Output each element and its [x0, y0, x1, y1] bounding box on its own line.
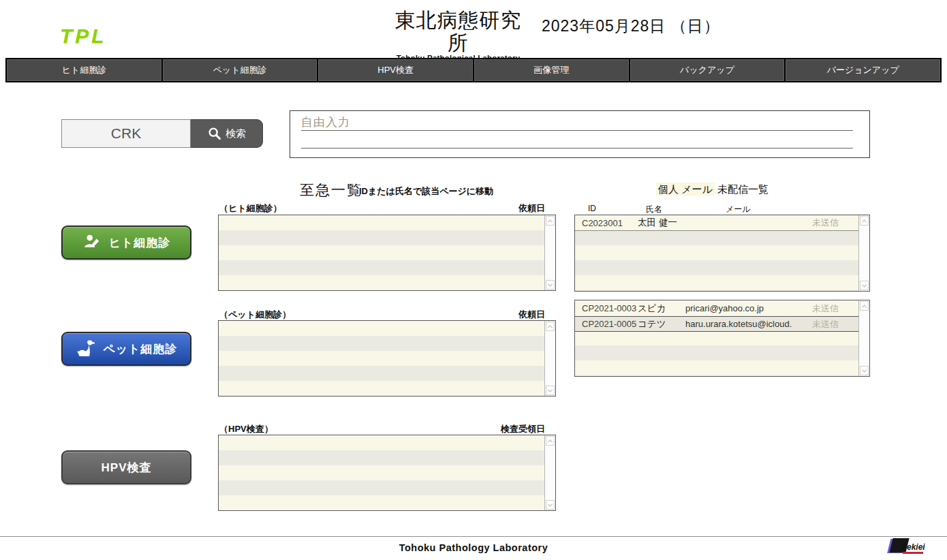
mail-title-highlight: 個人 メール	[656, 183, 715, 196]
mail-table-header: ID 氏名 メール	[574, 204, 859, 214]
pet-urgent-list[interactable]	[218, 320, 556, 396]
mail-row-email: pricari@yahoo.co.jp	[685, 303, 812, 313]
footer-divider	[0, 536, 947, 537]
hpv-list-date-label: 検査受領日	[501, 423, 545, 435]
mail-row-id: C2023001	[582, 218, 638, 228]
hpv-list-labels: （HPV検査） 検査受領日	[219, 423, 545, 435]
urgent-list-title: 至急一覧	[300, 181, 362, 200]
scroll-down-button[interactable]	[860, 366, 869, 375]
mail-row[interactable]: CP2021-0005 コテツ haru.urara.kotetsu@iclou…	[575, 316, 858, 332]
col-header-mail: メール	[726, 204, 751, 215]
mail-list1-scrollbar[interactable]	[858, 215, 869, 291]
scroll-down-button[interactable]	[546, 386, 555, 395]
hpv-test-button[interactable]: HPV検査	[61, 450, 191, 484]
mail-row-status: 未送信	[812, 302, 848, 315]
chevron-down-icon	[548, 281, 553, 286]
mail-row-name: コテツ	[638, 318, 685, 330]
nav-tab-pet-cytology[interactable]: ペット細胞診	[163, 59, 317, 81]
mail-row[interactable]: C2023001 太田 健一 未送信	[575, 215, 858, 231]
sekiei-logo: Sekiei	[890, 538, 932, 559]
hpv-list-scrollbar[interactable]	[544, 435, 555, 510]
mail-row[interactable]: CP2021-0003 スピカ pricari@yahoo.co.jp 未送信	[575, 300, 858, 316]
scroll-up-button[interactable]	[860, 301, 869, 311]
nav-tab-hpv-test[interactable]: HPV検査	[318, 59, 473, 81]
sekiei-logo-text: Sekiei	[901, 542, 925, 552]
scroll-up-button[interactable]	[546, 322, 555, 331]
sekiei-logo-tagline	[903, 552, 923, 554]
col-header-name: 氏名	[646, 204, 662, 215]
nav-tab-human-cytology[interactable]: ヒト細胞診	[7, 59, 161, 81]
free-input-line	[301, 131, 853, 149]
lab-title: 東北病態研究所	[388, 9, 528, 54]
chevron-up-icon	[548, 219, 553, 224]
chevron-up-icon	[862, 305, 867, 309]
mail-undelivered-list-human[interactable]: C2023001 太田 健一 未送信	[574, 215, 870, 292]
mail-row-status: 未送信	[812, 217, 848, 229]
col-header-id: ID	[588, 204, 596, 213]
scroll-down-button[interactable]	[546, 500, 555, 510]
chevron-down-icon	[862, 367, 867, 372]
mail-title-suffix: 未配信一覧	[717, 183, 769, 195]
chevron-up-icon	[548, 325, 553, 330]
scroll-down-button[interactable]	[860, 281, 869, 290]
human-cytology-button[interactable]: ヒト細胞診	[61, 225, 191, 260]
chevron-up-icon	[548, 439, 553, 444]
human-list-date-label: 依頼日	[518, 202, 545, 215]
human-urgent-list[interactable]	[218, 215, 556, 291]
pet-list-labels: （ペット細胞診） 依頼日	[219, 309, 545, 321]
nav-tab-version-up[interactable]: バージョンアップ	[786, 59, 940, 81]
mail-row-id: CP2021-0005	[582, 319, 638, 329]
human-cytology-button-label: ヒト細胞診	[109, 235, 171, 251]
nav-tab-backup[interactable]: バックアップ	[630, 59, 785, 81]
header-title-block: 東北病態研究所 Tohoku Pathological Laboratory	[388, 9, 528, 62]
mail-row-name: スピカ	[638, 302, 685, 315]
chevron-down-icon	[548, 501, 553, 506]
chevron-down-icon	[862, 282, 867, 287]
mail-row-id: CP2021-0003	[582, 303, 638, 313]
human-list-label: （ヒト細胞診）	[219, 202, 282, 215]
footer-text: Tohoku Pathology Laboratory	[0, 542, 947, 553]
free-input-area[interactable]: 自由入力	[290, 110, 870, 158]
pet-cytology-button-label: ペット細胞診	[103, 341, 177, 357]
scroll-down-button[interactable]	[546, 280, 555, 290]
main-nav: ヒト細胞診 ペット細胞診 HPV検査 画像管理 バックアップ バージョンアップ	[5, 58, 942, 82]
scroll-up-button[interactable]	[546, 216, 555, 225]
hpv-list-label: （HPV検査）	[219, 423, 273, 435]
hpv-test-button-label: HPV検査	[102, 460, 152, 476]
search-button[interactable]: 検索	[191, 119, 263, 148]
dog-icon	[75, 338, 97, 360]
mail-row-email: haru.urara.kotetsu@icloud.	[685, 319, 812, 329]
human-list-scrollbar[interactable]	[544, 215, 555, 290]
current-date: 2023年05月28日 （日）	[542, 16, 720, 37]
pet-cytology-button[interactable]: ペット細胞診	[61, 332, 191, 366]
mail-row-status: 未送信	[812, 318, 848, 330]
hpv-urgent-list[interactable]	[218, 435, 556, 511]
pet-list-label: （ペット細胞診）	[219, 309, 291, 321]
tpl-logo: TPL	[60, 25, 107, 48]
search-input[interactable]	[61, 119, 191, 148]
pet-list-date-label: 依頼日	[518, 309, 545, 321]
chevron-down-icon	[548, 387, 553, 392]
urgent-list-hint: IDまたは氏名で該当ページに移動	[359, 185, 493, 198]
nav-tab-image-management[interactable]: 画像管理	[474, 59, 629, 81]
search-button-label: 検索	[226, 127, 246, 140]
scroll-up-button[interactable]	[860, 216, 869, 225]
pet-list-scrollbar[interactable]	[544, 321, 555, 396]
chevron-up-icon	[862, 219, 867, 224]
mail-row-name: 太田 健一	[638, 217, 685, 229]
mail-list2-scrollbar[interactable]	[858, 300, 869, 376]
mail-undelivered-list-pet[interactable]: CP2021-0003 スピカ pricari@yahoo.co.jp 未送信 …	[574, 300, 870, 377]
mail-undelivered-title: 個人 メール 未配信一覧	[656, 183, 769, 196]
scroll-up-button[interactable]	[546, 436, 555, 446]
person-edit-icon	[82, 232, 103, 253]
app-window: TPL 東北病態研究所 Tohoku Pathological Laborato…	[0, 0, 947, 560]
search-icon	[207, 126, 222, 141]
human-list-labels: （ヒト細胞診） 依頼日	[219, 202, 545, 215]
free-input-placeholder: 自由入力	[301, 114, 853, 131]
